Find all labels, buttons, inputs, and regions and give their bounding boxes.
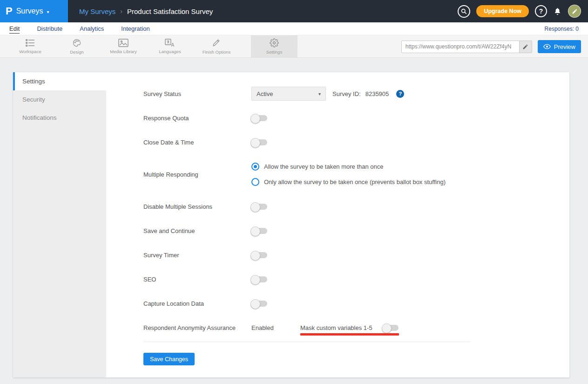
survey-url-group (401, 41, 532, 53)
breadcrumb: My Surveys › Product Satisfaction Survey (79, 7, 213, 15)
survey-timer-row: Survey Timer (143, 243, 569, 267)
sidebar-item-notifications[interactable]: Notifications (13, 109, 106, 127)
help-icon[interactable]: ? (396, 90, 404, 98)
close-date-time-toggle[interactable] (251, 139, 267, 145)
response-quota-row: Response Quota (143, 106, 569, 130)
survey-url-input[interactable] (402, 41, 519, 53)
chevron-down-icon: ▾ (318, 91, 321, 96)
workspace-list-icon (25, 39, 35, 47)
brush-icon (212, 38, 221, 48)
mask-variables-label: Mask custom variables 1-5 (300, 324, 372, 331)
multiple-responding-options: Allow the survey to be taken more than o… (251, 161, 446, 188)
radio-option-label: Only allow the survey to be taken once (… (264, 178, 446, 185)
save-continue-row: Save and Continue (143, 219, 569, 243)
settings-sidebar: Settings Security Notifications (13, 72, 106, 377)
radio-option-label: Allow the survey to be taken more than o… (264, 163, 384, 170)
save-continue-label: Save and Continue (143, 227, 251, 234)
multiple-responding-row: Multiple Responding Allow the survey to … (143, 154, 569, 194)
survey-status-label: Survey Status (143, 90, 251, 97)
gear-icon (270, 38, 279, 48)
anonymity-status: Enabled (251, 324, 300, 331)
survey-timer-label: Survey Timer (143, 252, 251, 259)
radio-unselected-icon[interactable] (251, 178, 259, 186)
toolbar-item-label: Workspace (19, 49, 41, 54)
radio-allow-more-than-once[interactable]: Allow the survey to be taken more than o… (251, 161, 446, 173)
close-date-row: Close Date & Time (143, 130, 569, 154)
radio-only-once[interactable]: Only allow the survey to be taken once (… (251, 176, 446, 188)
survey-status-value: Active (257, 90, 273, 97)
preview-button[interactable]: Preview (538, 40, 581, 53)
tab-analytics[interactable]: Analytics (80, 25, 104, 32)
sidebar-item-label: Settings (22, 78, 45, 85)
pencil-icon (572, 8, 578, 14)
avatar[interactable] (568, 5, 581, 18)
settings-card: Settings Security Notifications Survey S… (13, 72, 569, 377)
capture-location-row: Capture Location Data (143, 291, 569, 315)
survey-timer-toggle[interactable] (251, 252, 267, 258)
search-button[interactable] (458, 5, 470, 18)
anonymity-row: Respondent Anonymity Assurance Enabled M… (143, 315, 569, 340)
toolbar-item-settings[interactable]: Settings (251, 35, 297, 57)
chevron-down-icon: ▾ (47, 9, 49, 14)
search-icon (461, 8, 467, 14)
anonymity-label: Respondent Anonymity Assurance (143, 324, 251, 331)
seo-label: SEO (143, 276, 251, 283)
sidebar-item-label: Notifications (22, 114, 57, 121)
capture-location-toggle[interactable] (251, 301, 267, 307)
radio-selected-icon[interactable] (251, 163, 259, 171)
edit-url-button[interactable] (519, 41, 532, 53)
bell-icon (553, 7, 562, 16)
question-mark-icon: ? (539, 7, 543, 15)
response-quota-toggle[interactable] (251, 115, 267, 121)
svg-text:A: A (171, 42, 175, 47)
sidebar-item-label: Security (22, 96, 45, 103)
toolbar-item-design[interactable]: Design (54, 35, 100, 57)
form-divider (143, 342, 470, 342)
mask-custom-variables-toggle[interactable] (383, 325, 399, 331)
settings-form: Survey Status Active ▾ Survey ID: 823590… (106, 72, 569, 377)
save-changes-button[interactable]: Save Changes (143, 353, 195, 365)
seo-row: SEO (143, 267, 569, 291)
toolbar-item-workspace[interactable]: Workspace (7, 35, 54, 57)
multiple-responding-label: Multiple Responding (143, 171, 251, 178)
survey-status-select[interactable]: Active ▾ (251, 87, 326, 101)
notifications-button[interactable] (553, 7, 562, 16)
page-content: Settings Security Notifications Survey S… (0, 58, 588, 384)
toolbar-item-languages[interactable]: A Languages (147, 35, 193, 57)
palette-icon (72, 38, 81, 48)
breadcrumb-separator-icon: › (120, 7, 122, 15)
header-actions: Upgrade Now ? (458, 5, 588, 18)
sidebar-item-security[interactable]: Security (13, 90, 106, 109)
translate-icon: A (165, 39, 175, 47)
help-button[interactable]: ? (535, 5, 547, 17)
responses-count[interactable]: Responses: 0 (545, 26, 579, 32)
survey-status-row: Survey Status Active ▾ Survey ID: 823590… (143, 82, 569, 106)
disable-multiple-sessions-toggle[interactable] (251, 204, 267, 210)
preview-label: Preview (554, 43, 575, 50)
disable-sessions-row: Disable Multiple Sessions (143, 194, 569, 219)
toolbar-item-media-library[interactable]: Media Library (100, 35, 147, 57)
mask-variables-group: Mask custom variables 1-5 (300, 324, 399, 331)
questionpro-logo: P (6, 6, 13, 16)
survey-id-label: Survey ID: (332, 90, 361, 97)
tab-integration[interactable]: Integration (121, 25, 149, 32)
disable-sessions-label: Disable Multiple Sessions (143, 203, 251, 210)
product-switcher[interactable]: P Surveys ▾ (0, 0, 68, 22)
toolbar-item-label: Design (70, 49, 84, 55)
sidebar-item-settings[interactable]: Settings (13, 72, 106, 90)
seo-toggle[interactable] (251, 276, 267, 282)
upgrade-button[interactable]: Upgrade Now (476, 5, 529, 17)
save-and-continue-toggle[interactable] (251, 228, 267, 234)
image-icon (118, 39, 128, 47)
toolbar-right: Preview (401, 35, 581, 58)
tab-distribute[interactable]: Distribute (37, 25, 62, 32)
breadcrumb-my-surveys[interactable]: My Surveys (79, 7, 115, 15)
toolbar-item-label: Media Library (110, 49, 137, 54)
eye-icon (543, 44, 551, 49)
tab-edit[interactable]: Edit (9, 25, 20, 34)
survey-nav-tabs: Edit Distribute Analytics Integration Re… (0, 22, 588, 35)
close-date-label: Close Date & Time (143, 139, 251, 146)
toolbar-item-finish-options[interactable]: Finish Options (193, 35, 240, 57)
survey-id-value: 8235905 (365, 90, 389, 97)
response-quota-label: Response Quota (143, 115, 251, 122)
